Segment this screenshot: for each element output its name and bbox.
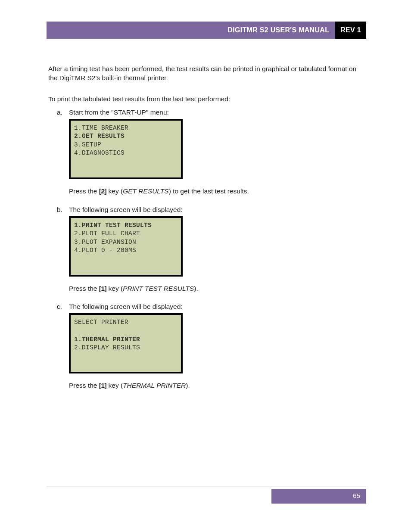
keycap: [1] <box>99 285 106 292</box>
footer-spacer <box>47 489 271 504</box>
step-prompt: The following screen will be displayed: <box>69 302 366 311</box>
lcd-line: 3.PLOT EXPANSION <box>74 239 136 246</box>
step-prompt: The following screen will be displayed: <box>69 205 366 215</box>
keycap: [2] <box>99 187 106 195</box>
step-content: Start from the "START-UP" menu: 1.TIME B… <box>69 108 366 202</box>
step-instruction: Press the [1] key (PRINT TEST RESULTS). <box>69 284 366 293</box>
lcd-line: 2.GET RESULTS <box>74 133 125 140</box>
step-marker: c. <box>57 302 69 396</box>
text: Press the <box>69 187 99 195</box>
text: ). <box>194 285 198 292</box>
footer-bar: 65 <box>47 489 366 504</box>
ordered-steps: a. Start from the "START-UP" menu: 1.TIM… <box>57 108 366 397</box>
text: Press the <box>69 382 99 389</box>
page-content: DIGITMR S2 USER'S MANUAL REV 1 After a t… <box>47 22 366 400</box>
page-footer: 65 <box>47 486 366 504</box>
step-content: The following screen will be displayed: … <box>69 205 366 299</box>
lcd-screen-results: 1.PRINT TEST RESULTS 2.PLOT FULL CHART 3… <box>69 216 183 277</box>
intro-paragraph: After a timing test has been performed, … <box>48 65 364 83</box>
lcd-line: 1.PRINT TEST RESULTS <box>74 222 152 229</box>
step-instruction: Press the [2] key (GET RESULTS) to get t… <box>69 187 366 196</box>
menu-ref: PRINT TEST RESULTS <box>123 285 194 292</box>
text: key ( <box>106 187 123 195</box>
text: ) to get the last test results. <box>169 187 249 195</box>
step-marker: b. <box>57 205 69 299</box>
step-prompt: Start from the "START-UP" menu: <box>69 108 366 117</box>
step-a: a. Start from the "START-UP" menu: 1.TIM… <box>57 108 366 202</box>
text: key ( <box>106 285 123 292</box>
header-bar: DIGITMR S2 USER'S MANUAL REV 1 <box>47 22 366 39</box>
lcd-line: 4.DIAGNOSTICS <box>74 149 125 156</box>
lcd-line: 4.PLOT 0 - 200MS <box>74 247 136 254</box>
footer-rule <box>47 486 366 486</box>
step-instruction: Press the [1] key (THERMAL PRINTER). <box>69 381 366 390</box>
lcd-line: 3.SETUP <box>74 141 101 148</box>
step-marker: a. <box>57 108 69 202</box>
text: key ( <box>106 382 123 389</box>
lead-sentence: To print the tabulated test results from… <box>48 95 364 104</box>
text: Press the <box>69 285 99 292</box>
page-number: 65 <box>271 489 366 504</box>
lcd-line: 1.THERMAL PRINTER <box>74 336 140 343</box>
lcd-screen-printer: SELECT PRINTER 1.THERMAL PRINTER 2.DISPL… <box>69 313 183 373</box>
step-content: The following screen will be displayed: … <box>69 302 366 396</box>
menu-ref: THERMAL PRINTER <box>123 382 186 389</box>
keycap: [1] <box>99 382 106 389</box>
header-rev: REV 1 <box>335 22 366 39</box>
lcd-screen-startup: 1.TIME BREAKER 2.GET RESULTS 3.SETUP 4.D… <box>69 119 183 179</box>
step-c: c. The following screen will be displaye… <box>57 302 366 396</box>
step-b: b. The following screen will be displaye… <box>57 205 366 299</box>
header-title: DIGITMR S2 USER'S MANUAL <box>47 22 335 39</box>
lcd-line: 2.PLOT FULL CHART <box>74 230 140 237</box>
menu-ref: GET RESULTS <box>123 187 169 195</box>
lcd-line: SELECT PRINTER <box>74 319 128 326</box>
lcd-line: 2.DISPLAY RESULTS <box>74 344 140 351</box>
text: ). <box>186 382 190 389</box>
lcd-line: 1.TIME BREAKER <box>74 124 128 131</box>
